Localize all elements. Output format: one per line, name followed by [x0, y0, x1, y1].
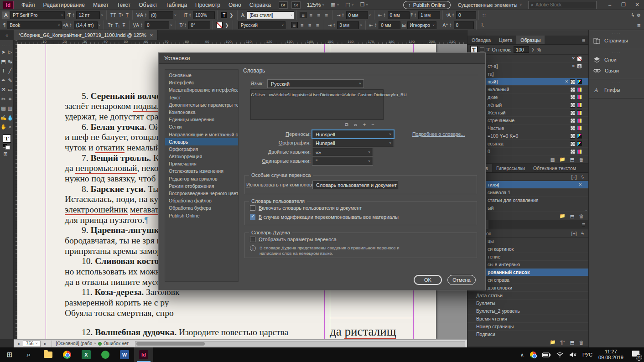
- indent-left-icon[interactable]: ⇥: [335, 13, 342, 18]
- rectangle-tool[interactable]: ▭: [7, 85, 13, 94]
- pref-category-Единицы измерения[interactable]: Единицы измерения: [165, 116, 238, 123]
- screen-mode-button[interactable]: ⬚˅: [345, 2, 353, 8]
- duden-checkbox[interactable]: [250, 237, 255, 242]
- tab-stroke[interactable]: Обводка: [467, 36, 495, 44]
- vertical-scale-field[interactable]: ▲▼100%: [189, 11, 215, 19]
- align-left-icon[interactable]: ≡: [300, 12, 306, 18]
- spinner-icon[interactable]: ▲▼: [450, 21, 453, 29]
- document-tab[interactable]: *Сборник_G6_Копирайтинг_190719_1100.indd…: [14, 30, 158, 40]
- speaker-muted-icon[interactable]: [569, 352, 576, 357]
- panel-options-icon[interactable]: ⚙: [635, 13, 642, 18]
- clear-overrides-icon[interactable]: ✕: [578, 182, 582, 187]
- file-explorer-icon[interactable]: [38, 347, 57, 362]
- dock-grip[interactable]: ·····: [589, 81, 644, 84]
- clock[interactable]: 11:27 09.08.2019: [598, 349, 623, 361]
- expand-icon[interactable]: ❯: [228, 13, 234, 18]
- all-caps-icon[interactable]: TT: [109, 13, 117, 18]
- pencil-tool[interactable]: ✎: [7, 76, 13, 85]
- link-icon[interactable]: ∞: [354, 122, 358, 128]
- subscript-icon[interactable]: T₁: [114, 23, 121, 28]
- hyphenation-combo[interactable]: Hunspell˅: [312, 130, 394, 139]
- cancel-button[interactable]: Отмена: [447, 275, 476, 285]
- chevron-down-icon[interactable]: ˅: [170, 23, 172, 27]
- dock-grip[interactable]: ·····: [589, 31, 644, 35]
- word-icon[interactable]: W: [115, 347, 134, 362]
- text-fill-chip[interactable]: [221, 12, 227, 18]
- chevron-icon[interactable]: ❯: [531, 47, 535, 52]
- add-dictionary-icon[interactable]: +: [363, 122, 366, 128]
- pref-category-Основные[interactable]: Основные: [165, 72, 238, 79]
- action-center-button[interactable]: 11: [629, 351, 639, 359]
- stock-search-input[interactable]: [535, 2, 586, 7]
- spinner-icon[interactable]: ▲▼: [72, 11, 76, 19]
- vertical-ruler[interactable]: [14, 40, 17, 339]
- previous-page-button[interactable]: ◂: [16, 341, 21, 346]
- double-quotes-combo[interactable]: «»˅: [312, 148, 373, 156]
- para-style-row[interactable]: Время чтения: [467, 315, 588, 323]
- drop-cap-lines-icon[interactable]: ⤒: [410, 12, 414, 18]
- recompose-checkbox[interactable]: [250, 214, 255, 220]
- dialog-title-bar[interactable]: Установки: [159, 53, 485, 64]
- tracking-field[interactable]: ▲▼(0)˅: [145, 11, 177, 19]
- align-right-icon[interactable]: ≡: [306, 22, 313, 28]
- indent-first-field[interactable]: ▲▼3 мм˅: [333, 21, 363, 29]
- zoom-level-combo[interactable]: 125%˅: [307, 2, 324, 8]
- dock-grip[interactable]: ·····: [589, 51, 644, 54]
- font-style-combo[interactable]: Book˅: [7, 21, 62, 29]
- value-field[interactable]: (0): [149, 11, 173, 19]
- text-line[interactable]: размеренной корить не с ру: [65, 298, 169, 308]
- numbered-list-icon[interactable]: ⒈: [479, 22, 486, 28]
- quick-apply-icon[interactable]: ϟ: [630, 13, 635, 18]
- menu-item-Файл[interactable]: Файл: [17, 0, 39, 10]
- char-style-combo[interactable]: [Без стиля]˅: [247, 11, 294, 19]
- value-field[interactable]: 100%: [193, 11, 215, 19]
- free-transform-tool[interactable]: ⌗: [7, 94, 13, 103]
- pref-category-Воспроизведение черного цвета[interactable]: Воспроизведение черного цвета: [165, 190, 238, 197]
- battery-icon[interactable]: [542, 352, 551, 357]
- baseline-grid-icon[interactable]: ᵗA: [445, 13, 452, 18]
- scrollbar-thumb[interactable]: [136, 342, 205, 346]
- toolbar-grip[interactable]: ·····: [0, 44, 13, 47]
- tracking-icon[interactable]: V∕A: [135, 13, 145, 18]
- create-style-icon[interactable]: [+]: [571, 174, 576, 180]
- drop-cap-field[interactable]: ▲▼1 мм: [414, 11, 440, 19]
- leading-field[interactable]: ▲▼(14,4 пт)˅: [70, 21, 102, 29]
- dock-pages-button[interactable]: Страницы: [589, 35, 644, 46]
- kerning-field[interactable]: ▲▼0˅: [140, 21, 173, 29]
- new-style-icon[interactable]: ⬒: [570, 340, 575, 345]
- value-field[interactable]: 0: [145, 21, 169, 29]
- gap-tool[interactable]: ↹: [7, 57, 13, 66]
- spinner-icon[interactable]: ▲▼: [384, 11, 387, 19]
- pref-category-Publish Online[interactable]: Publish Online: [165, 212, 238, 219]
- pen-tool[interactable]: ✒: [0, 76, 7, 85]
- menu-item-Объект[interactable]: Объект: [135, 0, 161, 10]
- pref-category-Словарь[interactable]: Словарь: [165, 138, 238, 145]
- tab-color[interactable]: Цвета: [495, 36, 516, 44]
- spinner-icon[interactable]: ▲▼: [374, 21, 378, 29]
- menu-item-Текст[interactable]: Текст: [113, 0, 135, 10]
- skew-icon[interactable]: T⁄: [178, 23, 185, 28]
- chevron-down-icon[interactable]: ˅: [369, 13, 371, 17]
- underline-icon[interactable]: T̲: [125, 13, 130, 18]
- para-style-row[interactable]: Подписи: [467, 331, 588, 338]
- align-grid-icon[interactable]: A⁺: [441, 23, 450, 28]
- pref-category-Примечания[interactable]: Примечания: [165, 160, 238, 167]
- pref-category-Отслеживать изменения[interactable]: Отслеживать изменения: [165, 167, 238, 175]
- close-button[interactable]: ✕: [630, 0, 644, 10]
- direct-selection-tool[interactable]: ▷: [7, 48, 13, 57]
- spinner-icon[interactable]: ▲▼: [70, 21, 73, 29]
- bridge-button[interactable]: Br: [279, 1, 288, 9]
- delete-icon[interactable]: 🗑: [579, 340, 584, 345]
- menu-item-Редактирование[interactable]: Редактирование: [39, 0, 89, 10]
- stroke-chip[interactable]: [216, 22, 223, 28]
- pref-category-Масштабирование интерфейса пользователя[interactable]: Масштабирование интерфейса пользователя: [165, 86, 238, 93]
- pref-category-Компоновка[interactable]: Компоновка: [165, 109, 238, 116]
- spinner-icon[interactable]: ▲▼: [414, 11, 418, 19]
- text-line[interactable]: да в отвалы пишите мусорн: [65, 277, 170, 287]
- bullet-list-icon[interactable]: ∷: [481, 13, 487, 18]
- chevron-down-icon[interactable]: ˅: [101, 13, 103, 17]
- green-app-icon[interactable]: [96, 347, 115, 362]
- wifi-icon[interactable]: [556, 352, 563, 357]
- hand-tool[interactable]: ✋: [0, 123, 7, 132]
- pref-category-Редактор материалов[interactable]: Редактор материалов: [165, 175, 238, 182]
